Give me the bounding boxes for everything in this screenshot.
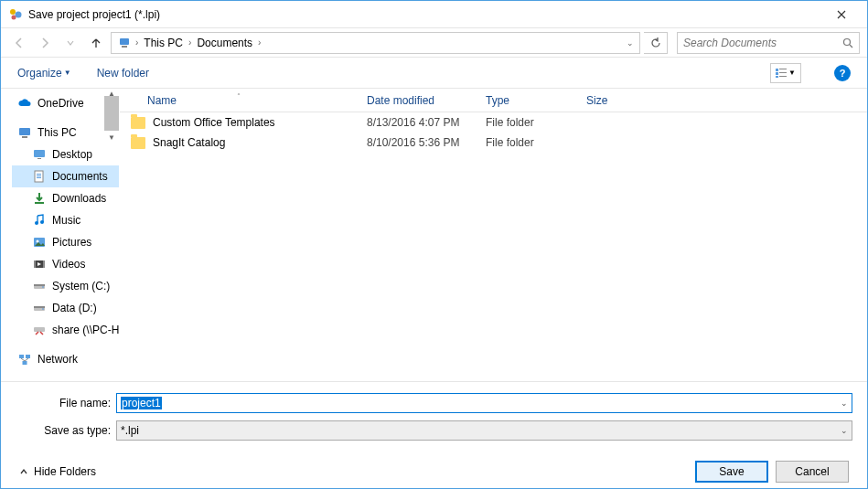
search-input[interactable] [683,37,842,49]
chevron-right-icon: › [134,37,140,48]
save-button[interactable]: Save [695,461,768,483]
organize-menu[interactable]: Organize ▼ [17,67,71,80]
main-area: ▲ ▼ OneDriveThis PCDesktopDocumentsDownl… [1,89,867,381]
up-button[interactable] [85,32,107,54]
sidebar-item-pictures[interactable]: Pictures [12,231,119,253]
window-title: Save project project1 (*.lpi) [28,8,823,21]
saveastype-select[interactable]: *.lpi ⌄ [116,420,852,441]
svg-point-30 [42,286,44,288]
column-date[interactable]: Date modified [358,94,477,107]
svg-rect-29 [34,284,45,286]
breadcrumb-dropdown[interactable]: ⌄ [625,38,636,48]
sort-indicator-icon: ˄ [237,92,241,101]
svg-rect-13 [22,136,27,138]
search-box[interactable] [677,32,860,54]
cancel-button[interactable]: Cancel [776,461,849,483]
sidebar-item-label: share (\\PC-H [52,324,119,336]
sidebar-item-label: Desktop [52,148,92,161]
title-bar: Save project project1 (*.lpi) [1,1,867,28]
folder-icon [131,117,145,129]
app-icon [8,7,23,22]
drive-icon [32,279,47,293]
forward-button[interactable] [34,32,56,54]
hide-folders-toggle[interactable]: Hide Folders [19,465,96,478]
help-button[interactable]: ? [834,65,851,81]
scrollbar-thumb[interactable] [104,96,119,131]
sidebar-item-onedrive[interactable]: OneDrive [12,92,119,114]
sidebar: ▲ ▼ OneDriveThis PCDesktopDocumentsDownl… [1,89,120,381]
file-type: File folder [477,116,577,129]
netdrive-icon [32,323,47,337]
breadcrumb-root[interactable]: This PC [140,37,187,49]
svg-rect-14 [34,150,45,157]
chevron-up-icon [19,467,28,476]
sidebar-item-label: Pictures [52,236,91,249]
refresh-button[interactable] [644,32,668,54]
svg-rect-9 [779,72,787,73]
search-icon [842,37,853,48]
close-button[interactable] [823,2,860,27]
filename-input[interactable]: project1 ⌄ [116,393,852,413]
chevron-down-icon[interactable]: ⌄ [841,399,848,408]
chevron-down-icon: ▼ [64,69,71,77]
column-size[interactable]: Size [577,94,650,107]
sidebar-item-this-pc[interactable]: This PC [12,122,119,144]
music-icon [32,213,47,228]
saveastype-label: Save as type: [16,424,116,437]
sidebar-item-label: Downloads [52,192,106,205]
sidebar-item-label: Network [38,353,78,366]
cloud-icon [17,96,32,111]
videos-icon [32,257,47,271]
sidebar-item-system-c-[interactable]: System (C:) [12,275,119,297]
svg-rect-35 [19,355,24,358]
svg-rect-27 [43,260,45,268]
breadcrumb-folder[interactable]: Documents [193,37,256,49]
view-button[interactable]: ▼ [770,63,801,83]
sidebar-item-desktop[interactable]: Desktop [12,144,119,165]
new-folder-button[interactable]: New folder [97,67,149,80]
column-type[interactable]: Type [477,94,577,107]
svg-point-22 [40,220,44,224]
drive-icon [32,301,47,315]
svg-point-21 [35,221,38,225]
organize-label: Organize [17,67,62,80]
recent-dropdown[interactable] [59,32,81,54]
sidebar-item-videos[interactable]: Videos [12,253,119,275]
svg-rect-36 [26,355,30,358]
scroll-down-arrow[interactable]: ▼ [104,133,119,142]
sidebar-item-downloads[interactable]: Downloads [12,187,119,209]
svg-rect-10 [776,76,778,78]
chevron-down-icon[interactable]: ⌄ [841,426,848,435]
filename-label: File name: [16,397,116,409]
svg-point-33 [42,308,44,310]
svg-point-5 [844,38,851,45]
svg-rect-3 [120,38,129,45]
list-item[interactable]: SnagIt Catalog8/10/2016 5:36 PMFile fold… [120,133,867,153]
svg-rect-19 [37,177,41,178]
svg-rect-6 [776,69,778,71]
sidebar-item-music[interactable]: Music [12,209,119,231]
folder-icon [131,137,145,149]
save-fields: File name: project1 ⌄ Save as type: *.lp… [1,381,867,452]
back-button[interactable] [8,32,30,54]
svg-rect-26 [34,260,36,268]
sidebar-item-label: Data (D:) [52,302,97,314]
sidebar-item-label: System (C:) [52,280,110,292]
svg-point-2 [12,15,16,19]
file-name: Custom Office Templates [153,116,275,129]
sidebar-item-data-d-[interactable]: Data (D:) [12,297,119,319]
list-item[interactable]: Custom Office Templates8/13/2016 4:07 PM… [120,112,867,133]
filename-value: project1 [121,397,162,409]
sidebar-item-share-pc-h[interactable]: share (\\PC-H [12,319,119,341]
svg-rect-8 [776,72,778,75]
column-name[interactable]: ˄Name [120,94,358,107]
svg-rect-18 [37,175,41,176]
sidebar-item-documents[interactable]: Documents [12,165,119,187]
sidebar-item-network[interactable]: Network [12,348,119,370]
file-date: 8/10/2016 5:36 PM [358,136,477,149]
svg-rect-4 [122,46,127,48]
breadcrumb[interactable]: › This PC › Documents › ⌄ [111,32,640,54]
file-list: ˄Name Date modified Type Size Custom Off… [120,89,867,381]
svg-rect-15 [38,158,41,159]
nav-tree: OneDriveThis PCDesktopDocumentsDownloads… [1,89,119,374]
